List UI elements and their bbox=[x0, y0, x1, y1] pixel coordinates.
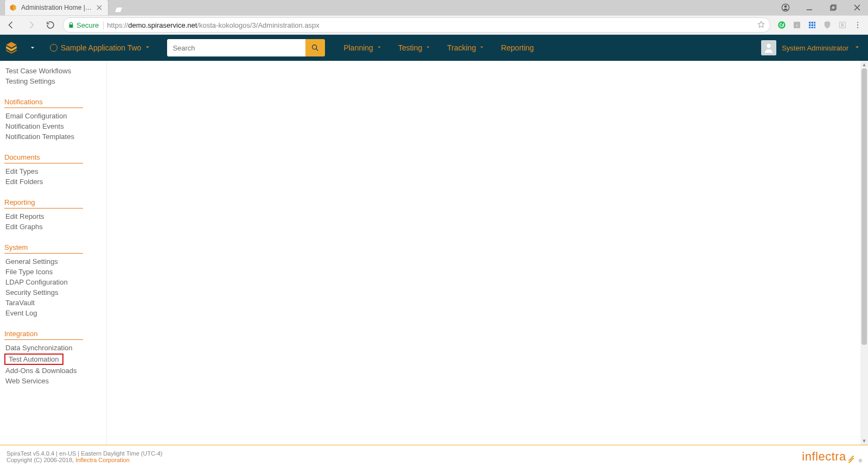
footer-logo-mark-icon bbox=[847, 453, 856, 464]
svg-point-21 bbox=[312, 45, 317, 49]
extension-r-icon[interactable]: R bbox=[837, 19, 848, 31]
menu-testing[interactable]: Testing bbox=[391, 35, 438, 61]
svg-point-1 bbox=[784, 5, 787, 8]
page-scrollbar[interactable]: ▲ ▼ bbox=[860, 61, 868, 445]
sidebar-item[interactable]: Edit Folders bbox=[4, 177, 44, 186]
svg-rect-15 bbox=[814, 27, 815, 28]
menu-label: Testing bbox=[398, 43, 422, 52]
app-footer: SpiraTest v5.4.0.4 | en-US | Eastern Day… bbox=[0, 445, 868, 467]
user-label: System Administrator bbox=[782, 44, 848, 52]
chevron-down-icon bbox=[144, 43, 151, 52]
svg-rect-3 bbox=[832, 5, 836, 9]
sidebar-item[interactable]: Event Log bbox=[4, 308, 39, 318]
project-name: Sample Application Two bbox=[61, 43, 141, 52]
footer-logo: inflectra ® bbox=[802, 450, 863, 464]
scroll-down-button[interactable]: ▼ bbox=[860, 437, 868, 445]
brand-caret-icon[interactable] bbox=[23, 35, 42, 61]
reload-button[interactable] bbox=[43, 18, 58, 32]
menu-tracking[interactable]: Tracking bbox=[439, 35, 492, 61]
extension-icons: λ R bbox=[776, 19, 864, 31]
secure-label: Secure bbox=[76, 21, 99, 29]
brand-logo-icon[interactable] bbox=[0, 35, 23, 61]
sidebar-section-heading: System bbox=[4, 242, 83, 254]
close-window-button[interactable] bbox=[846, 0, 868, 15]
browser-tab[interactable]: Administration Home | Sp bbox=[4, 0, 108, 15]
sidebar-section-heading: Notifications bbox=[4, 97, 83, 108]
extension-d-icon[interactable] bbox=[821, 19, 833, 31]
chevron-down-icon bbox=[425, 45, 431, 51]
search-wrap bbox=[167, 39, 325, 56]
sidebar-item[interactable]: General Settings bbox=[4, 257, 59, 266]
browser-toolbar: Secure https://demo.spiraservice.net/kos… bbox=[0, 15, 868, 35]
chevron-down-icon bbox=[854, 44, 860, 52]
minimize-button[interactable] bbox=[799, 0, 820, 15]
sidebar-item[interactable]: Test Case Workflows bbox=[4, 66, 72, 75]
sidebar-item-highlighted[interactable]: Test Automation bbox=[4, 354, 63, 365]
project-selector[interactable]: Sample Application Two bbox=[42, 43, 158, 52]
sidebar-item[interactable]: Edit Types bbox=[4, 167, 39, 176]
search-input[interactable] bbox=[167, 39, 305, 56]
svg-rect-13 bbox=[809, 27, 810, 28]
sidebar-item[interactable]: Security Settings bbox=[4, 288, 60, 297]
sidebar-section-heading: Documents bbox=[4, 152, 83, 163]
menu-planning[interactable]: Planning bbox=[336, 35, 390, 61]
url-text: https://demo.spiraservice.net/kosta-koko… bbox=[107, 21, 754, 29]
svg-point-18 bbox=[857, 22, 858, 23]
svg-rect-11 bbox=[812, 24, 813, 26]
sidebar-item[interactable]: Edit Reports bbox=[4, 212, 46, 221]
scroll-up-button[interactable]: ▲ bbox=[860, 61, 868, 68]
admin-sidebar: Test Case WorkflowsTesting SettingsNotif… bbox=[0, 61, 107, 445]
scroll-thumb[interactable] bbox=[861, 68, 867, 345]
svg-rect-9 bbox=[814, 22, 815, 23]
bookmark-star-icon[interactable] bbox=[757, 20, 765, 30]
search-button[interactable] bbox=[305, 39, 325, 56]
chevron-down-icon bbox=[479, 45, 484, 51]
avatar bbox=[761, 40, 776, 55]
extension-grammarly-icon[interactable] bbox=[776, 19, 788, 31]
sidebar-item[interactable]: Notification Templates bbox=[4, 132, 75, 141]
app-root: Sample Application Two Planning Testing bbox=[0, 35, 868, 467]
browser-tabbar: Administration Home | Sp bbox=[0, 0, 868, 15]
menu-reporting[interactable]: Reporting bbox=[493, 35, 541, 61]
extension-pdf-icon[interactable]: λ bbox=[791, 19, 803, 31]
maximize-button[interactable] bbox=[822, 0, 844, 15]
sidebar-item[interactable]: TaraVault bbox=[4, 298, 36, 307]
extension-grid-icon[interactable] bbox=[806, 19, 818, 31]
favicon-icon bbox=[9, 4, 17, 11]
svg-point-22 bbox=[767, 44, 771, 48]
tab-close-icon[interactable] bbox=[96, 4, 103, 11]
svg-text:R: R bbox=[841, 23, 844, 28]
sidebar-item[interactable]: Add-Ons & Downloads bbox=[4, 366, 78, 375]
chevron-down-icon bbox=[376, 45, 382, 51]
account-icon[interactable] bbox=[775, 0, 796, 15]
scroll-track[interactable] bbox=[860, 68, 868, 437]
user-menu[interactable]: System Administrator bbox=[754, 40, 868, 55]
sidebar-item[interactable]: Testing Settings bbox=[4, 77, 56, 86]
main-panel bbox=[107, 61, 868, 445]
footer-company-link[interactable]: Inflectra Corporation bbox=[75, 457, 130, 463]
app-topnav: Sample Application Two Planning Testing bbox=[0, 35, 868, 61]
sidebar-item[interactable]: File Type Icons bbox=[4, 267, 54, 276]
new-tab-button[interactable] bbox=[112, 4, 125, 15]
menu-label: Reporting bbox=[501, 43, 534, 52]
forward-button[interactable] bbox=[24, 18, 38, 32]
svg-text:λ: λ bbox=[796, 24, 798, 27]
chrome-menu-icon[interactable] bbox=[852, 19, 864, 31]
sidebar-item[interactable]: Edit Graphs bbox=[4, 222, 44, 231]
footer-version: SpiraTest v5.4.0.4 | en-US | Eastern Day… bbox=[7, 450, 802, 457]
app-content: Test Case WorkflowsTesting SettingsNotif… bbox=[0, 61, 868, 445]
sidebar-item[interactable]: Data Synchronization bbox=[4, 343, 74, 352]
sidebar-item[interactable]: Web Services bbox=[4, 376, 50, 386]
svg-point-19 bbox=[857, 24, 858, 26]
browser-window: Administration Home | Sp bbox=[0, 0, 868, 467]
back-button[interactable] bbox=[4, 18, 18, 32]
sidebar-item[interactable]: Email Configuration bbox=[4, 111, 68, 121]
menu-label: Planning bbox=[343, 43, 373, 52]
address-bar[interactable]: Secure https://demo.spiraservice.net/kos… bbox=[63, 17, 770, 33]
sidebar-item[interactable]: Notification Events bbox=[4, 122, 65, 131]
svg-rect-14 bbox=[812, 27, 813, 28]
lock-icon bbox=[68, 22, 74, 28]
svg-point-20 bbox=[857, 27, 858, 28]
tab-title: Administration Home | Sp bbox=[21, 4, 92, 11]
sidebar-item[interactable]: LDAP Configuration bbox=[4, 277, 69, 287]
